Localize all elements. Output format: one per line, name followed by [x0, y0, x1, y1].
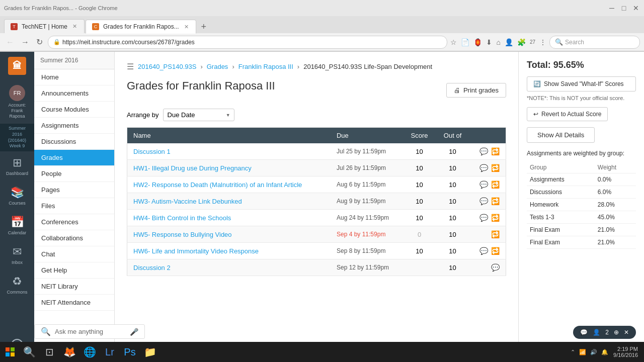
nav-item-announcements[interactable]: Announcements [34, 85, 114, 102]
tab-close-technet[interactable]: ✕ [71, 22, 78, 31]
grade-link[interactable]: Discussion 1 [133, 148, 171, 155]
url-box[interactable]: 🔒 https://neit.instructure.com/courses/2… [48, 36, 447, 49]
home-icon[interactable]: ⌂ [496, 38, 500, 46]
profile-icon[interactable]: 👤 [505, 38, 513, 46]
grade-link[interactable]: HW5- Response to Bullying Video [133, 231, 232, 238]
nav-item-modules[interactable]: Course Modules [34, 102, 114, 118]
global-nav-account[interactable]: FR Account:FrankRaposa [0, 80, 34, 124]
comment-icon[interactable]: 💬 [491, 263, 500, 272]
resubmit-icon[interactable]: 🔁 [491, 214, 500, 222]
taskbar-photoshop[interactable]: Ps [121, 343, 139, 361]
show-all-details-button[interactable]: Show All Details [527, 127, 595, 143]
resubmit-icon[interactable]: 🔁 [491, 247, 500, 255]
resubmit-icon[interactable]: 🔁 [491, 147, 500, 155]
breadcrumb-course[interactable]: 201640_PS140.93S [138, 63, 196, 70]
nav-item-grades[interactable]: Grades [34, 150, 114, 166]
grade-link[interactable]: Discussion 2 [133, 264, 171, 272]
ask-me-bar[interactable]: 🔍 Ask me anything 🎤 [34, 324, 145, 339]
weights-col-weight: Weight [595, 162, 636, 173]
global-nav-courses[interactable]: 📚 Courses [0, 181, 34, 211]
comment-icon[interactable]: 💬 [479, 247, 488, 255]
nav-item-neit-attendance[interactable]: NEIT Attendance [34, 295, 114, 311]
extensions-icon[interactable]: 🧩 [517, 38, 526, 46]
taskbar-task-view[interactable]: ⊡ [40, 343, 58, 361]
comment-icon[interactable]: 💬 [479, 180, 488, 189]
comment-icon[interactable]: 💬 [479, 147, 488, 155]
grade-link[interactable]: HW4- Birth Control in the Schools [133, 214, 231, 222]
nav-item-conferences[interactable]: Conferences [34, 214, 114, 230]
nav-item-pages[interactable]: Pages [34, 182, 114, 198]
forward-button[interactable]: → [19, 37, 31, 48]
nav-item-neit-library[interactable]: NEIT Library [34, 279, 114, 295]
taskbar-files[interactable]: 📁 [141, 343, 159, 361]
tab-technet[interactable]: T TechNET | Home ✕ [4, 19, 85, 33]
start-button[interactable] [2, 344, 18, 360]
minimize-button[interactable]: ─ [608, 4, 616, 12]
taskbar-search[interactable]: 🔍 [20, 343, 38, 361]
print-icon: 🖨 [454, 86, 460, 94]
close-button[interactable]: ✕ [632, 4, 640, 12]
notification-bell-icon[interactable]: 🔔 [601, 349, 608, 355]
nav-item-home[interactable]: Home [34, 69, 114, 85]
global-nav-calendar[interactable]: 📅 Calendar [0, 211, 34, 240]
search-input[interactable]: Search [565, 39, 584, 46]
mic-icon[interactable]: 🎤 [130, 328, 138, 336]
network-icon[interactable]: 📶 [579, 349, 586, 355]
bookmark-star-icon[interactable]: ☆ [450, 38, 457, 46]
reload-button[interactable]: ↻ [34, 36, 45, 48]
svg-rect-0 [6, 347, 10, 351]
tab-grades[interactable]: C Grades for Franklin Rapos... ✕ [86, 20, 196, 34]
menu-icon[interactable]: ⋮ [539, 38, 546, 46]
download-icon[interactable]: ⬇ [486, 38, 492, 46]
comment-icon[interactable]: 💬 [479, 197, 488, 205]
resubmit-icon[interactable]: 🔁 [491, 164, 500, 172]
close-notification-icon[interactable]: ✕ [624, 329, 629, 336]
taskbar-firefox[interactable]: 🦊 [60, 343, 78, 361]
weighted-text: Assignments are weighted by group: [527, 150, 636, 157]
expand-icon[interactable]: ⊕ [614, 329, 619, 336]
comment-icon[interactable]: 💬 [479, 164, 488, 172]
breadcrumb-student[interactable]: Franklin Raposa III [238, 63, 293, 70]
grade-link[interactable]: HW3- Autism-Vaccine Link Debunked [133, 198, 242, 205]
menu-toggle-icon[interactable]: ☰ [127, 62, 134, 71]
what-if-button[interactable]: 🔄 Show Saved "What-If" Scores [527, 76, 636, 92]
grade-link[interactable]: HW6- Life and Immortality Video Response [133, 247, 259, 255]
resubmit-icon[interactable]: 🔁 [491, 180, 500, 189]
breadcrumb-grades[interactable]: Grades [207, 63, 228, 70]
maximize-button[interactable]: □ [620, 4, 628, 12]
search-box[interactable]: 🔍 Search [549, 36, 640, 49]
grade-link[interactable]: HW1- Illegal Drug use During Pregnancy [133, 164, 252, 172]
nav-item-people[interactable]: People [34, 166, 114, 182]
resubmit-icon[interactable]: 🔁 [491, 230, 500, 238]
weights-row: Final Exam21.0% [527, 224, 636, 236]
search-bar-icon: 🔍 [41, 327, 51, 336]
comment-icon[interactable]: 💬 [479, 214, 488, 222]
nav-item-get-help[interactable]: Get Help [34, 262, 114, 279]
taskbar-ie[interactable]: 🌐 [80, 343, 99, 361]
back-button[interactable]: ← [4, 37, 16, 48]
volume-icon[interactable]: 🔊 [590, 349, 597, 355]
tray-up-icon[interactable]: ⌃ [571, 349, 575, 355]
nav-item-collaborations[interactable]: Collaborations [34, 230, 114, 246]
nav-item-chat[interactable]: Chat [34, 246, 114, 262]
arrange-by-select[interactable]: Due Date Assignment Name Assignment Grou… [163, 109, 234, 121]
revert-button[interactable]: ↩ Revert to Actual Score [527, 107, 608, 121]
taskbar-lightroom[interactable]: Lr [101, 343, 119, 361]
resubmit-icon[interactable]: 🔁 [491, 197, 500, 205]
pocket-icon[interactable]: 🏮 [473, 38, 482, 46]
grade-link[interactable]: HW2- Response to Death (Malnutrition) of… [133, 181, 302, 189]
global-nav-commons[interactable]: ♻ Commons [0, 270, 34, 300]
reader-icon[interactable]: 📄 [461, 38, 469, 46]
chat-notification-bar[interactable]: 💬 👤 2 ⊕ ✕ [573, 326, 636, 339]
breadcrumb: ☰ 201640_PS140.93S › Grades › Franklin R… [127, 62, 506, 71]
global-nav-inbox[interactable]: ✉ Inbox [0, 240, 34, 270]
global-nav-logo[interactable]: 🏛 [0, 52, 34, 80]
global-nav-dashboard[interactable]: ⊞ Dashboard [0, 151, 34, 181]
nav-item-assignments[interactable]: Assignments [34, 118, 114, 134]
tab-close-grades[interactable]: ✕ [183, 23, 190, 31]
actions-cell: 💬🔁 [469, 193, 506, 210]
print-grades-button[interactable]: 🖨 Print grades [446, 83, 506, 98]
nav-item-files[interactable]: Files [34, 198, 114, 214]
nav-item-discussions[interactable]: Discussions [34, 134, 114, 150]
new-tab-button[interactable]: + [197, 20, 210, 33]
